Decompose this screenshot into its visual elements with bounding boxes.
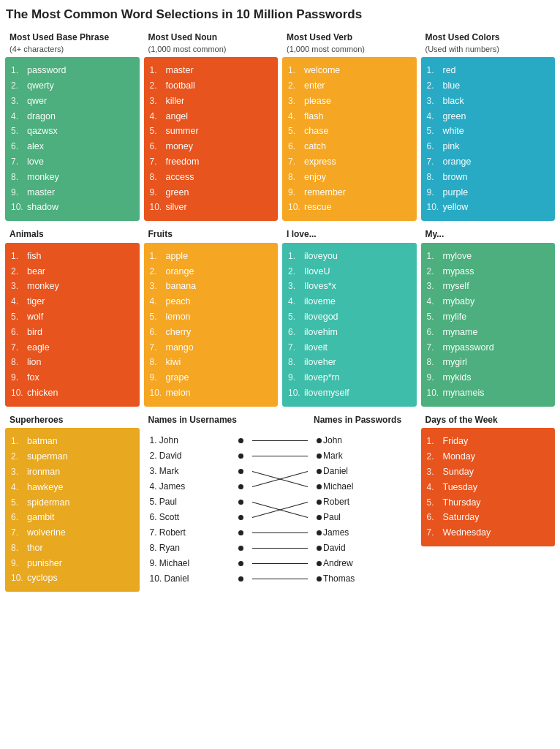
page-title: The Most Common Word Selections in 10 Mi…: [0, 0, 560, 26]
list-item: ironman: [11, 464, 134, 480]
names-password-item: John: [315, 433, 411, 448]
list-item: cherry: [150, 325, 273, 340]
section-my: My... mylovemypassmyselfmybabymylifemyna…: [421, 225, 556, 407]
list-item: eagle: [11, 340, 134, 355]
list-item: Sunday: [427, 464, 550, 480]
section-body-superheroes: batmansupermanironmanhawkeyespidermangam…: [5, 428, 140, 592]
section-header-colors: Most Used Colors (Used with numbers): [421, 29, 556, 57]
password-dot: [317, 576, 322, 581]
names-username-item: 7. Robert: [150, 525, 246, 541]
list-item: Friday: [427, 434, 550, 449]
list-item: melon: [150, 385, 273, 401]
list-item: fox: [11, 370, 134, 385]
list-item: apple: [150, 249, 273, 264]
list-item: wolf: [11, 309, 134, 325]
list-item: green: [150, 185, 273, 200]
list-item: spiderman: [11, 495, 134, 511]
list-item: remember: [288, 185, 411, 200]
list-item: myname: [427, 325, 550, 340]
list-item: alex: [11, 139, 134, 154]
names-password-item: Andrew: [315, 556, 411, 571]
list-item: qazwsx: [11, 124, 134, 139]
list-item: mylife: [427, 309, 550, 325]
list-item: flash: [288, 109, 411, 124]
list-item: mygirl: [427, 355, 550, 370]
section-body-base-phrase: passwordqwertyqwerdragonqazwsxalexlovemo…: [5, 57, 140, 221]
list-item: iloveme: [288, 294, 411, 309]
list-item: monkey: [11, 279, 134, 294]
list-item: enjoy: [288, 170, 411, 185]
list-item: fish: [11, 249, 134, 264]
list-item: Iloves*x: [288, 279, 411, 294]
list-item: banana: [150, 279, 273, 294]
username-dot: [238, 469, 243, 474]
list-item: access: [150, 170, 273, 185]
section-days: Days of the Week FridayMondaySundayTuesd…: [421, 411, 556, 592]
username-dot: [238, 561, 243, 566]
list-item: mynameis: [427, 385, 550, 401]
list-item: mypass: [427, 264, 550, 279]
list-item: bear: [11, 264, 134, 279]
section-header-my: My...: [421, 225, 556, 243]
section-superheroes: Superheroes batmansupermanironmanhawkeye…: [5, 411, 140, 592]
list-item: lemon: [150, 309, 273, 325]
password-dot: [317, 484, 322, 489]
list-item: please: [288, 94, 411, 109]
names-usernames-col: 1. John2. David3. Mark4. James5. Paul6. …: [144, 427, 251, 592]
list-item: peach: [150, 294, 273, 309]
section-header-days: Days of the Week: [421, 411, 556, 429]
list-item: ilovehim: [288, 325, 411, 340]
list-item: cyclops: [11, 571, 134, 586]
list-item: dragon: [11, 109, 134, 124]
names-password-item: Michael: [315, 479, 411, 494]
username-dot: [238, 453, 243, 459]
section-header-ilove: I love...: [282, 225, 417, 243]
list-item: myself: [427, 279, 550, 294]
names-passwords-header: Names in Passwords: [309, 411, 417, 427]
list-item: Wednesday: [427, 525, 550, 541]
list-item: master: [150, 63, 273, 78]
list-item: freedom: [150, 154, 273, 170]
names-inner: 1. John2. David3. Mark4. James5. Paul6. …: [144, 427, 417, 592]
list-item: white: [427, 124, 550, 139]
list-item: rescue: [288, 200, 411, 215]
section-noun: Most Used Noun (1,000 most common) maste…: [144, 29, 279, 221]
username-dot: [238, 576, 243, 581]
list-item: IloveU: [288, 264, 411, 279]
password-dot: [317, 469, 322, 474]
section-colors: Most Used Colors (Used with numbers) red…: [421, 29, 556, 221]
list-item: welcome: [288, 63, 411, 78]
list-item: red: [427, 63, 550, 78]
list-item: iloveit: [288, 340, 411, 355]
list-item: orange: [150, 264, 273, 279]
list-item: green: [427, 109, 550, 124]
list-item: punisher: [11, 556, 134, 571]
names-passwords-col: JohnMarkDanielMichaelRobertPaulJamesDavi…: [309, 427, 417, 592]
section-body-noun: masterfootballkillerangelsummermoneyfree…: [144, 57, 279, 221]
list-item: superman: [11, 449, 134, 464]
password-dot: [317, 546, 322, 551]
list-item: batman: [11, 434, 134, 449]
list-item: mylove: [427, 249, 550, 264]
list-item: chicken: [11, 385, 134, 401]
section-body-ilove: iloveyouIloveUIloves*xilovemeilovegodilo…: [282, 243, 417, 407]
names-password-item: David: [315, 541, 411, 556]
list-item: ilovemyself: [288, 385, 411, 401]
list-item: pink: [427, 139, 550, 154]
list-item: shadow: [11, 200, 134, 215]
username-dot: [238, 546, 243, 551]
password-dot: [317, 515, 322, 520]
list-item: mypassword: [427, 340, 550, 355]
list-item: wolverine: [11, 525, 134, 541]
list-item: blue: [427, 78, 550, 94]
list-item: Thursday: [427, 495, 550, 511]
names-username-item: 4. James: [150, 479, 246, 494]
section-ilove: I love... iloveyouIloveUIloves*xilovemei…: [282, 225, 417, 407]
names-username-item: 8. Ryan: [150, 541, 246, 556]
section-body-colors: redblueblackgreenwhitepinkorangebrownpur…: [421, 57, 556, 221]
list-item: lion: [11, 355, 134, 370]
list-item: mybaby: [427, 294, 550, 309]
list-item: qwer: [11, 94, 134, 109]
username-dot: [238, 500, 243, 505]
list-item: orange: [427, 154, 550, 170]
